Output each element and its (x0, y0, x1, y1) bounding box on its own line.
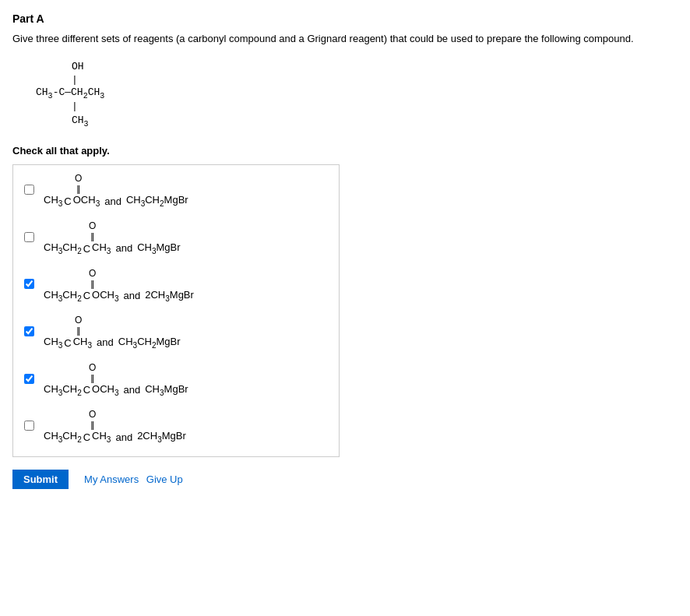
option-content-3: O ‖ CH3CH2 C OCH3 and 2CH3MgBr (44, 268, 194, 303)
reagent2-1: CH3CH2MgBr (126, 194, 188, 208)
footer-row: Submit My Answers Give Up (12, 470, 678, 489)
reagent1-prefix-5: CH3CH2 (44, 383, 82, 397)
reagent1-prefix-3: CH3CH2 (44, 289, 82, 303)
and-3: and (124, 290, 141, 301)
option-row-2: O ‖ CH3CH2 C CH3 and CH3MgBr (24, 220, 328, 255)
reagent2-3: 2CH3MgBr (145, 289, 194, 303)
check-instruction: Check all that apply. (12, 145, 678, 157)
and-2: and (115, 242, 132, 254)
and-4: and (97, 336, 114, 348)
option-row-6: O ‖ CH3CH2 C CH3 and 2CH3MgBr (24, 409, 328, 444)
option-row-3: O ‖ CH3CH2 C OCH3 and 2CH3MgBr (24, 268, 328, 303)
formula-line-2: CH3CH2 C CH3 and CH3MgBr (44, 241, 181, 255)
structure-line1: OH (72, 59, 678, 75)
footer-links: My Answers Give Up (84, 473, 188, 485)
reagent2-4: CH3CH2MgBr (118, 336, 181, 350)
checkbox-6[interactable] (24, 421, 34, 431)
structure-line2: | (72, 74, 678, 86)
structure-line5: CH3 (72, 113, 678, 130)
carbonyl-symbol-2: O ‖ (87, 220, 181, 241)
formula-line-4: CH3 C CH3 and CH3CH2MgBr (44, 336, 181, 350)
structure-line4: | (72, 100, 678, 113)
formula-line-3: CH3CH2 C OCH3 and 2CH3MgBr (44, 289, 194, 303)
reagent1-prefix-1: CH3 (44, 194, 62, 208)
option-row-5: O ‖ CH3CH2 C OCH3 and CH3MgBr (24, 362, 328, 397)
reagent2-5: CH3MgBr (145, 383, 188, 397)
reagent2-2: CH3MgBr (137, 241, 180, 255)
reagent1-prefix-2: CH3CH2 (44, 241, 82, 255)
option-content-1: O ‖ CH3 C OCH3 and CH3CH2MgBr (44, 173, 188, 208)
carbonyl-symbol-4: O ‖ (73, 315, 181, 336)
option-content-4: O ‖ CH3 C CH3 and CH3CH2MgBr (44, 315, 181, 350)
question-text: Give three different sets of reagents (a… (12, 31, 651, 47)
and-5: and (124, 384, 141, 396)
option-content-2: O ‖ CH3CH2 C CH3 and CH3MgBr (44, 220, 181, 255)
reagent1-prefix-6: CH3CH2 (44, 430, 82, 444)
compound-structure: OH | CH3‑C—CH2CH3 | CH3 (36, 59, 678, 130)
checkbox-3[interactable] (24, 279, 34, 289)
reagent1-prefix-4: CH3 (44, 336, 62, 350)
structure-line3: CH3‑C—CH2CH3 (36, 86, 678, 101)
my-answers-link[interactable]: My Answers (84, 473, 139, 485)
and-1: and (104, 195, 121, 207)
carbonyl-symbol-5: O ‖ (87, 362, 188, 383)
option-row-4: O ‖ CH3 C CH3 and CH3CH2MgBr (24, 315, 328, 350)
checkbox-5[interactable] (24, 374, 34, 384)
checkbox-2[interactable] (24, 232, 34, 242)
formula-line-6: CH3CH2 C CH3 and 2CH3MgBr (44, 430, 186, 444)
options-box: O ‖ CH3 C OCH3 and CH3CH2MgBr O ‖ (12, 164, 340, 457)
submit-button[interactable]: Submit (12, 470, 69, 489)
option-row-1: O ‖ CH3 C OCH3 and CH3CH2MgBr (24, 173, 328, 208)
formula-line-5: CH3CH2 C OCH3 and CH3MgBr (44, 383, 188, 397)
checkbox-4[interactable] (24, 326, 34, 336)
carbonyl-symbol-6: O ‖ (87, 409, 186, 430)
part-label: Part A (12, 12, 678, 25)
reagent2-6: 2CH3MgBr (137, 430, 186, 444)
option-content-5: O ‖ CH3CH2 C OCH3 and CH3MgBr (44, 362, 188, 397)
carbonyl-symbol-1: O ‖ (73, 173, 188, 194)
give-up-link[interactable]: Give Up (146, 473, 183, 485)
formula-line-1: CH3 C OCH3 and CH3CH2MgBr (44, 194, 188, 208)
and-6: and (115, 431, 132, 443)
carbonyl-symbol-3: O ‖ (87, 268, 194, 289)
option-content-6: O ‖ CH3CH2 C CH3 and 2CH3MgBr (44, 409, 186, 444)
checkbox-1[interactable] (24, 185, 34, 195)
